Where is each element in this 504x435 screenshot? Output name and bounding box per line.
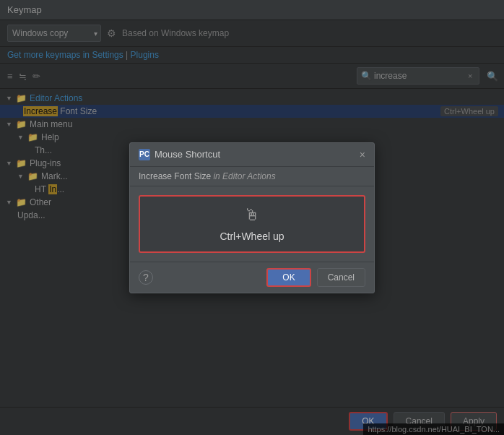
modal-ok-button[interactable]: OK: [266, 268, 310, 287]
mouse-icon: 🖱: [244, 206, 260, 225]
shortcut-text: Ctrl+Wheel up: [220, 231, 284, 242]
modal-cancel-button[interactable]: Cancel: [317, 268, 365, 287]
modal-buttons: OK Cancel: [266, 268, 365, 287]
modal-footer: ? OK Cancel: [130, 262, 374, 293]
modal-subtitle: Increase Font Size in Editor Actions: [130, 167, 374, 186]
modal-action-name: Increase Font Size: [139, 171, 211, 181]
modal-header: PC Mouse Shortcut ×: [130, 143, 374, 167]
modal-title-text: Mouse Shortcut: [155, 149, 220, 160]
mouse-shortcut-dialog: PC Mouse Shortcut × Increase Font Size i…: [129, 142, 375, 293]
modal-title-icon: PC: [139, 149, 150, 160]
modal-close-icon[interactable]: ×: [360, 150, 365, 160]
modal-body: 🖱 Ctrl+Wheel up: [130, 186, 374, 262]
shortcut-display: 🖱 Ctrl+Wheel up: [139, 195, 365, 253]
modal-overlay: PC Mouse Shortcut × Increase Font Size i…: [0, 0, 504, 435]
main-window: Keymap Windows copy ⚙ Based on Windows k…: [0, 0, 504, 435]
modal-context-name: in Editor Actions: [213, 171, 275, 181]
help-icon[interactable]: ?: [139, 270, 153, 285]
modal-title: PC Mouse Shortcut: [139, 149, 220, 160]
